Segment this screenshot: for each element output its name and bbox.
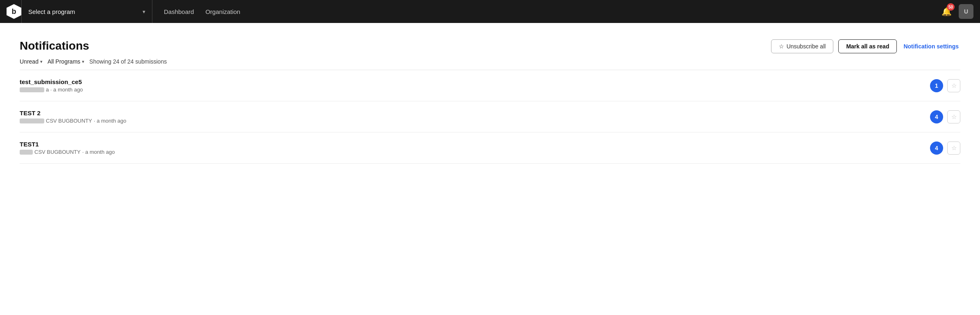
programs-filter-dropdown[interactable]: All Programs ▾ [48,58,84,65]
notif-meta-1: a · a month ago [20,87,923,93]
navbar: b Select a program ▾ Dashboard Organizat… [0,0,980,23]
notif-count-badge-2: 4 [930,110,943,123]
star-empty-icon-1: ☆ [951,82,957,89]
submissions-count: Showing 24 of 24 submissions [89,58,167,65]
notif-meta-3: CSV BUGBOUNTY · a month ago [20,149,923,155]
notif-actions-3: 4 ☆ [930,142,960,155]
filters-row: Unread ▾ All Programs ▾ Showing 24 of 24… [20,58,960,65]
nav-item-dashboard[interactable]: Dashboard [159,6,199,18]
notif-star-button-2[interactable]: ☆ [947,110,960,123]
notification-settings-button[interactable]: Notification settings [902,40,960,53]
notif-meta-redacted-2 [20,119,44,123]
page-header: Notifications ☆ Unsubscribe all Mark all… [20,39,960,53]
avatar-initials: U [964,8,968,15]
program-selector-label: Select a program [28,8,139,15]
page-header-left: Notifications [20,39,89,52]
notification-list: test_submission_ce5 a · a month ago 1 ☆ … [20,70,960,164]
notif-content-2: TEST 2 CSV BUGBOUNTY · a month ago [20,110,923,124]
notif-star-button-1[interactable]: ☆ [947,79,960,92]
notif-meta-program-2: CSV BUGBOUNTY [46,118,92,124]
avatar[interactable]: U [959,4,973,19]
notif-title-3[interactable]: TEST1 [20,141,923,148]
notification-bell[interactable]: 🔔 50 [939,4,954,19]
notif-content-3: TEST1 CSV BUGBOUNTY · a month ago [20,141,923,155]
notification-item-3: TEST1 CSV BUGBOUNTY · a month ago 4 ☆ [20,132,960,164]
notif-actions-2: 4 ☆ [930,110,960,123]
navbar-nav: Dashboard Organization [152,6,939,18]
notification-badge: 50 [947,3,955,11]
notif-meta-suffix-3: · a month ago [82,149,115,155]
notif-actions-1: 1 ☆ [930,79,960,92]
notif-meta-suffix-2: · a month ago [94,118,127,124]
page-title: Notifications [20,39,89,52]
notif-title-1[interactable]: test_submission_ce5 [20,78,923,85]
status-filter-chevron-icon: ▾ [40,59,43,64]
notif-meta-redacted-1 [20,87,44,92]
notification-item: test_submission_ce5 a · a month ago 1 ☆ [20,70,960,101]
mark-all-read-label: Mark all as read [846,43,889,50]
notif-count-badge-3: 4 [930,142,943,155]
notification-settings-label: Notification settings [903,43,959,50]
unsubscribe-all-button[interactable]: ☆ Unsubscribe all [771,39,834,53]
nav-item-organization[interactable]: Organization [200,6,245,18]
notif-content-1: test_submission_ce5 a · a month ago [20,78,923,93]
unsubscribe-all-label: Unsubscribe all [787,43,826,50]
status-filter-dropdown[interactable]: Unread ▾ [20,58,43,65]
brand-logo-letter: b [12,7,16,16]
notif-meta-suffix-1: a · a month ago [46,87,83,93]
programs-filter-chevron-icon: ▾ [82,59,84,64]
notification-item-2: TEST 2 CSV BUGBOUNTY · a month ago 4 ☆ [20,101,960,132]
page-header-actions: ☆ Unsubscribe all Mark all as read Notif… [771,39,960,53]
notif-meta-program-3: CSV BUGBOUNTY [34,149,81,155]
star-empty-icon-3: ☆ [951,144,957,152]
notif-star-button-3[interactable]: ☆ [947,142,960,155]
star-empty-icon-2: ☆ [951,113,957,121]
program-selector[interactable]: Select a program ▾ [21,0,152,23]
notif-title-2[interactable]: TEST 2 [20,110,923,116]
star-icon: ☆ [779,43,784,50]
notif-count-badge-1: 1 [930,79,943,92]
brand-logo[interactable]: b [7,4,21,19]
notif-meta-2: CSV BUGBOUNTY · a month ago [20,118,923,124]
status-filter-label: Unread [20,58,39,65]
programs-filter-label: All Programs [48,58,80,65]
chevron-down-icon: ▾ [143,9,145,15]
notif-meta-redacted-sm-3 [20,150,33,155]
navbar-actions: 🔔 50 U [939,4,973,19]
main-content: Notifications ☆ Unsubscribe all Mark all… [0,23,980,315]
mark-all-read-button[interactable]: Mark all as read [838,39,897,53]
